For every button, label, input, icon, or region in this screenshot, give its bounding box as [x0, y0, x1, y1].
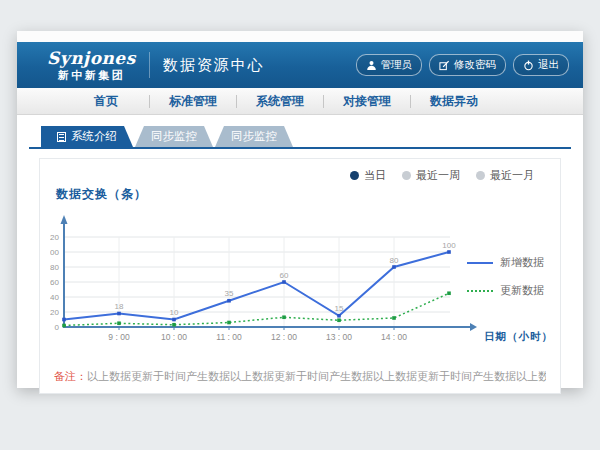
- tab-sync-monitor-1-label: 同步监控: [151, 129, 197, 144]
- svg-text:20: 20: [50, 308, 59, 317]
- chart-panel: 当日 最近一周 最近一月 数据交换（条） 0204060801001209 : …: [39, 158, 561, 394]
- radio-last-week-label: 最近一周: [416, 168, 460, 183]
- svg-text:18: 18: [115, 302, 124, 311]
- logout-label: 退出: [538, 58, 559, 72]
- svg-text:60: 60: [280, 271, 289, 280]
- tabs-bar: 系统介绍 同步监控 同步监控: [29, 126, 571, 149]
- svg-text:日期（小时）: 日期（小时）: [484, 330, 553, 343]
- footnote: 备注：以上数据更新于时间产生数据以上数据更新于时间产生数据以上数据更新于时间产生…: [54, 369, 546, 384]
- nav-item-data-change[interactable]: 数据异动: [411, 93, 497, 110]
- svg-text:80: 80: [390, 256, 399, 265]
- legend-new-data-label: 新增数据: [500, 255, 544, 270]
- app-header: Synjones 新中新集团 数据资源中心 管理员 修改密码: [17, 42, 583, 88]
- main-nav: 首页 标准管理 系统管理 对接管理 数据异动: [17, 88, 583, 115]
- nav-item-interface-mgmt[interactable]: 对接管理: [324, 93, 410, 110]
- radio-dot: [402, 171, 411, 180]
- chart-legend: 新增数据 更新数据: [467, 255, 544, 298]
- radio-last-week[interactable]: 最近一周: [402, 168, 460, 183]
- svg-text:14 : 00: 14 : 00: [381, 332, 407, 342]
- tab-system-intro[interactable]: 系统介绍: [41, 126, 133, 147]
- header-divider: [149, 52, 150, 78]
- time-range-filters: 当日 最近一周 最近一月: [350, 168, 534, 183]
- radio-today[interactable]: 当日: [350, 168, 386, 183]
- svg-text:80: 80: [50, 263, 59, 272]
- footnote-text: 以上数据更新于时间产生数据以上数据更新于时间产生数据以上数据更新于时间产生数据以…: [87, 370, 546, 382]
- nav-item-home[interactable]: 首页: [63, 93, 149, 110]
- admin-user-label: 管理员: [381, 58, 413, 72]
- svg-text:0: 0: [55, 323, 60, 332]
- svg-text:10: 10: [170, 308, 179, 317]
- svg-text:9 : 00: 9 : 00: [108, 332, 130, 342]
- svg-text:12 : 00: 12 : 00: [271, 332, 297, 342]
- footnote-prefix: 备注：: [54, 370, 87, 382]
- tab-sync-monitor-2[interactable]: 同步监控: [215, 126, 293, 147]
- svg-text:35: 35: [225, 289, 234, 298]
- logo-text: Synjones: [47, 50, 136, 67]
- logo-subtext: 新中新集团: [47, 70, 136, 81]
- svg-text:100: 100: [442, 241, 456, 250]
- legend-item-updated-data[interactable]: 更新数据: [467, 283, 544, 298]
- legend-updated-data-label: 更新数据: [500, 283, 544, 298]
- svg-text:120: 120: [50, 233, 60, 242]
- power-icon: [523, 60, 534, 71]
- nav-item-system-mgmt[interactable]: 系统管理: [237, 93, 323, 110]
- radio-dot: [476, 171, 485, 180]
- tab-sync-monitor-2-label: 同步监控: [231, 129, 277, 144]
- tab-system-intro-label: 系统介绍: [71, 129, 117, 144]
- logout-button[interactable]: 退出: [513, 54, 569, 76]
- desktop-background: Synjones 新中新集团 数据资源中心 管理员 修改密码: [0, 0, 600, 450]
- page-top-strip: [17, 31, 583, 42]
- radio-today-label: 当日: [364, 168, 386, 183]
- radio-last-month-label: 最近一月: [490, 168, 534, 183]
- svg-text:40: 40: [50, 293, 59, 302]
- svg-text:10 : 00: 10 : 00: [161, 332, 187, 342]
- nav-item-standard-mgmt[interactable]: 标准管理: [150, 93, 236, 110]
- page-title: 数据资源中心: [163, 56, 265, 75]
- svg-text:15: 15: [335, 304, 344, 313]
- svg-text:13 : 00: 13 : 00: [326, 332, 352, 342]
- browser-page: Synjones 新中新集团 数据资源中心 管理员 修改密码: [17, 31, 583, 388]
- radio-dot: [350, 171, 359, 180]
- y-axis-title: 数据交换（条）: [56, 186, 560, 203]
- company-logo[interactable]: Synjones 新中新集团: [47, 50, 136, 81]
- change-password-button[interactable]: 修改密码: [429, 54, 506, 76]
- change-password-label: 修改密码: [454, 58, 496, 72]
- legend-line-dotted: [467, 290, 493, 292]
- svg-text:100: 100: [50, 248, 60, 257]
- svg-text:60: 60: [50, 278, 59, 287]
- content-area: 系统介绍 同步监控 同步监控 当日 最近一周: [17, 115, 583, 394]
- svg-text:11 : 00: 11 : 00: [216, 332, 242, 342]
- document-icon: [57, 132, 66, 142]
- legend-line-solid: [467, 262, 493, 264]
- user-icon: [366, 60, 377, 71]
- edit-icon: [439, 60, 450, 71]
- legend-item-new-data[interactable]: 新增数据: [467, 255, 544, 270]
- user-actions: 管理员 修改密码 退出: [356, 54, 570, 76]
- admin-user-button[interactable]: 管理员: [356, 54, 423, 76]
- tab-sync-monitor-1[interactable]: 同步监控: [135, 126, 213, 147]
- radio-last-month[interactable]: 最近一月: [476, 168, 534, 183]
